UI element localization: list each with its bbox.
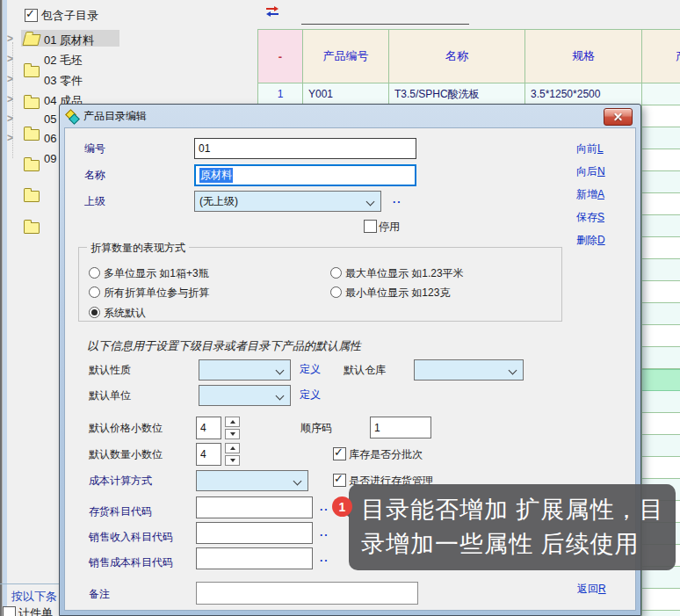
warehouse-label: 默认仓库 [344, 359, 386, 380]
spin-up-icon[interactable] [225, 417, 240, 427]
spin-down-icon[interactable] [225, 455, 240, 466]
annotation-tooltip: 目录能否增加 扩展属性，目 录增加一些属性 后续使用 [349, 484, 676, 570]
groupbox-title: 折算数量的表现方式 [87, 241, 189, 256]
chevron-down-icon [509, 366, 517, 375]
inventory-mgmt-checkbox[interactable] [333, 474, 346, 487]
parent-combobox[interactable]: (无上级) [194, 191, 381, 212]
folder-icon [24, 222, 40, 234]
sales-cost-account-browse[interactable]: .. [320, 552, 329, 564]
price-decimals-spinner[interactable] [225, 417, 240, 439]
tree-expander-icon[interactable]: > [7, 113, 13, 124]
radio-multi-unit[interactable] [89, 267, 100, 279]
qty-decimals-spinner[interactable] [225, 443, 240, 466]
chevron-down-icon [276, 392, 285, 401]
inventory-account-label: 存货科目代码 [89, 501, 152, 522]
inventory-account-input[interactable] [196, 496, 313, 518]
tree-item-blanks[interactable]: 02 毛坯 [44, 53, 83, 69]
define-unit-link[interactable]: 定义 [300, 388, 321, 402]
tree-expander-icon[interactable]: > [7, 74, 13, 84]
folder-icon [24, 129, 40, 141]
name-input[interactable]: 原材料 [194, 164, 416, 186]
grid-header-index[interactable]: - [257, 29, 302, 83]
qty-decimals-label: 默认数量小数位 [89, 444, 163, 465]
sales-income-account-input[interactable] [196, 522, 313, 544]
nature-combobox[interactable] [199, 359, 291, 380]
tree-item-09[interactable]: 09 [44, 152, 56, 165]
nav-next-link[interactable]: 向后N [576, 164, 605, 179]
dialog-titlebar[interactable]: 产品目录编辑 [60, 105, 640, 127]
row-origin-cell [641, 83, 680, 105]
radio-system-default[interactable] [89, 307, 100, 318]
radio-max-unit[interactable] [330, 267, 342, 279]
nav-save-link[interactable]: 保存S [576, 210, 604, 225]
radio-system-default-label: 系统默认 [104, 306, 146, 321]
parent-browse-button[interactable]: .. [393, 193, 402, 206]
sequence-label: 顺序码 [300, 417, 332, 438]
code-input[interactable] [194, 138, 416, 159]
nav-delete-link[interactable]: 删除D [576, 233, 605, 248]
close-button[interactable] [604, 108, 633, 126]
batch-checkbox[interactable] [333, 447, 346, 460]
nav-add-link[interactable]: 新增A [576, 187, 604, 202]
parent-label: 上级 [84, 191, 105, 212]
tree-expander-icon[interactable]: > [7, 94, 13, 105]
row-name-cell: T3.5/SPHC酸洗板 [388, 83, 524, 105]
annotation-line-2: 录增加一些属性 后续使用 [361, 527, 663, 562]
spin-up-icon[interactable] [225, 443, 240, 453]
folder-icon [24, 191, 40, 202]
price-decimals-label: 默认价格小数位 [89, 417, 163, 438]
open-folder-icon [22, 34, 40, 46]
qty-decimals-input[interactable] [196, 443, 221, 466]
row-index-cell: 1 [257, 83, 302, 105]
tree-item-parts[interactable]: 03 零件 [44, 73, 83, 89]
folder-icon [24, 98, 40, 109]
piece-unit-label: 计件单 [18, 605, 53, 616]
return-link[interactable]: 返回R [577, 582, 606, 597]
annotation-line-1: 目录能否增加 扩展属性，目 [361, 493, 663, 527]
spin-down-icon[interactable] [225, 429, 240, 439]
conversion-groupbox: 折算数量的表现方式 [78, 247, 562, 322]
unit-combobox[interactable] [199, 385, 291, 406]
defaults-note: 以下信息用于设置下级目录或者目录下产品的默认属性 [87, 338, 361, 354]
define-nature-link[interactable]: 定义 [300, 362, 321, 377]
tree-expander-icon[interactable]: > [7, 54, 13, 64]
tree-item-raw-materials[interactable]: 01 原材料 [44, 33, 94, 48]
grid-header-code[interactable]: 产品编号 [302, 29, 388, 83]
annotation-badge-1: 1 [332, 496, 352, 517]
price-decimals-input[interactable] [196, 417, 221, 439]
radio-min-unit-label: 最小单位显示 如123克 [345, 286, 450, 301]
radio-all-units[interactable] [89, 286, 100, 298]
disable-checkbox[interactable] [364, 220, 377, 233]
chevron-down-icon [276, 366, 285, 375]
include-subdir-checkbox[interactable] [25, 9, 38, 22]
tree-item-06[interactable]: 06 [44, 132, 56, 145]
folder-icon [24, 160, 40, 171]
inventory-account-browse[interactable]: .. [320, 501, 329, 513]
filter-section-label: 按以下条 [11, 589, 57, 605]
sequence-input[interactable] [370, 417, 431, 438]
chevron-down-icon [293, 477, 302, 486]
include-subdir-label: 包含子目录 [41, 8, 98, 24]
radio-min-unit[interactable] [330, 286, 342, 298]
name-label: 名称 [84, 164, 105, 185]
warehouse-combobox[interactable] [414, 359, 524, 380]
tree-expander-icon[interactable]: > [7, 33, 13, 44]
grid-header-spec[interactable]: 规格 [524, 29, 641, 83]
piece-unit-checkbox[interactable] [3, 606, 16, 616]
cost-method-combobox[interactable] [196, 470, 308, 491]
remark-input[interactable] [196, 582, 418, 605]
radio-max-unit-label: 最大单位显示 如1.23平米 [345, 266, 464, 281]
sales-income-account-browse[interactable]: .. [320, 526, 329, 539]
row-code-cell: Y001 [302, 83, 388, 105]
nav-prev-link[interactable]: 向前L [576, 141, 604, 156]
grid-header-name[interactable]: 名称 [388, 29, 524, 83]
remark-label: 备注 [89, 583, 110, 605]
dialog-title: 产品目录编辑 [83, 109, 147, 124]
tree-expander-icon[interactable]: > [7, 133, 13, 143]
dialog-diamond-icon [66, 110, 79, 123]
selected-text: 原材料 [199, 168, 233, 183]
grid-header-origin[interactable]: 产 [641, 29, 680, 83]
sales-cost-account-input[interactable] [196, 547, 313, 569]
sales-cost-account-label: 销售成本科目代码 [89, 552, 173, 573]
tree-item-05[interactable]: 05 [44, 112, 56, 126]
